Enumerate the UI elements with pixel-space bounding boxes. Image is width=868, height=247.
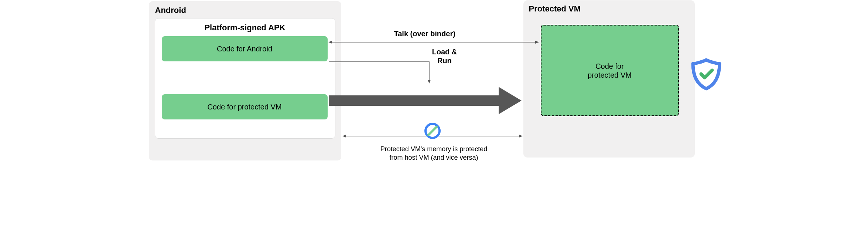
diagram-canvas: Android Platform-signed APK Code for And… bbox=[145, 0, 724, 165]
code-for-android-label: Code for Android bbox=[217, 44, 272, 53]
code-for-pvm-source-box: Code for protected VM bbox=[162, 94, 328, 119]
protected-vm-panel: Protected VM Code for protected VM bbox=[523, 0, 695, 158]
svg-line-2 bbox=[428, 127, 437, 135]
load-run-line-1: Load & bbox=[432, 48, 457, 56]
code-for-pvm-source-label: Code for protected VM bbox=[207, 102, 281, 111]
code-for-pvm-dest-box: Code for protected VM bbox=[541, 25, 679, 116]
load-run-connector bbox=[329, 62, 429, 83]
memory-protected-label: Protected VM's memory is protected from … bbox=[364, 145, 504, 162]
apk-card: Platform-signed APK Code for Android Cod… bbox=[155, 18, 335, 139]
memory-protected-line-2: from host VM (and vice versa) bbox=[389, 154, 478, 161]
big-load-arrow bbox=[329, 87, 522, 114]
talk-label: Talk (over binder) bbox=[394, 30, 455, 38]
load-run-label: Load & Run bbox=[432, 47, 457, 65]
svg-point-1 bbox=[426, 124, 440, 138]
android-panel: Android Platform-signed APK Code for And… bbox=[149, 1, 341, 160]
memory-protected-line-1: Protected VM's memory is protected bbox=[380, 145, 488, 153]
shield-check-icon bbox=[693, 60, 720, 89]
apk-title: Platform-signed APK bbox=[155, 23, 335, 33]
code-for-android-box: Code for Android bbox=[162, 36, 328, 61]
protected-vm-title: Protected VM bbox=[529, 4, 581, 14]
load-run-line-2: Run bbox=[437, 57, 452, 65]
code-for-pvm-dest-label: Code for protected VM bbox=[588, 62, 632, 79]
prohibit-icon bbox=[424, 123, 441, 139]
android-title: Android bbox=[155, 6, 186, 15]
svg-point-0 bbox=[424, 123, 441, 139]
